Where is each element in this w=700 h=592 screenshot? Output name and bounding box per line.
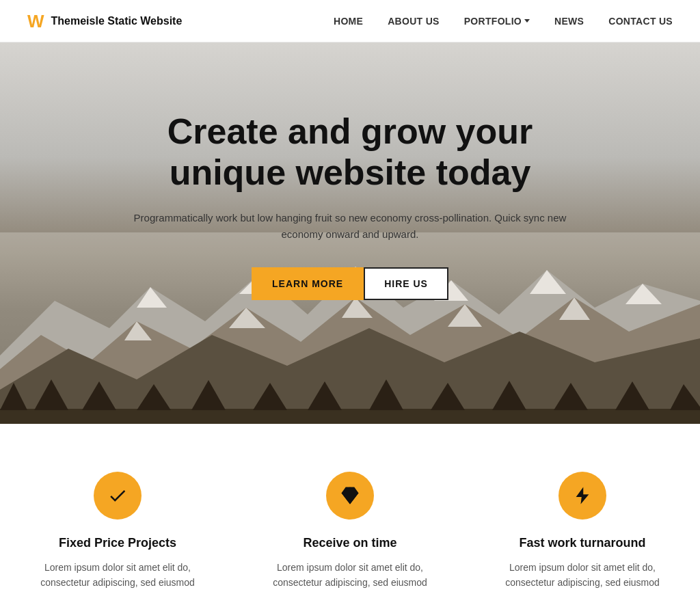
nav-contact[interactable]: CONTACT US — [608, 16, 673, 27]
logo-text: Themeisle Static Website — [51, 15, 183, 27]
svg-marker-15 — [0, 409, 700, 424]
feature-fixed-price: Fixed Price Projects Lorem ipsum dolor s… — [29, 472, 206, 592]
hero-buttons: LEARN MORE HIRE US — [131, 267, 569, 300]
hero-content: Create and grow your unique website toda… — [118, 111, 582, 300]
feature-3-title: Fast work turnaround — [494, 536, 671, 550]
feature-fast-turnaround: Fast work turnaround Lorem ipsum dolor s… — [494, 472, 671, 592]
nav-portfolio[interactable]: PORTFOLIO — [464, 16, 530, 27]
chevron-down-icon — [524, 19, 530, 23]
feature-receive-on-time: Receive on time Lorem ipsum dolor sit am… — [261, 472, 439, 592]
fast-turnaround-icon-circle — [558, 472, 606, 520]
feature-2-title: Receive on time — [261, 536, 439, 550]
diamond-icon — [340, 485, 360, 506]
header: W Themeisle Static Website HOME ABOUT US… — [0, 0, 700, 42]
nav: HOME ABOUT US PORTFOLIO NEWS CONTACT US — [334, 16, 673, 27]
check-icon — [107, 485, 128, 506]
feature-1-desc: Lorem ipsum dolor sit amet elit do, cons… — [29, 560, 206, 592]
features-section: Fixed Price Projects Lorem ipsum dolor s… — [0, 424, 700, 592]
hire-us-button[interactable]: HIRE US — [364, 267, 448, 300]
nav-home[interactable]: HOME — [334, 16, 363, 27]
receive-time-icon-circle — [326, 472, 374, 520]
feature-1-title: Fixed Price Projects — [29, 536, 206, 550]
feature-3-desc: Lorem ipsum dolor sit amet elit do, cons… — [494, 560, 671, 592]
learn-more-button[interactable]: LEARN MORE — [252, 267, 364, 300]
logo: W Themeisle Static Website — [27, 12, 182, 30]
feature-2-desc: Lorem ipsum dolor sit amet elit do, cons… — [261, 560, 439, 592]
nav-about[interactable]: ABOUT US — [388, 16, 440, 27]
nav-news[interactable]: NEWS — [554, 16, 584, 27]
hero-section: Create and grow your unique website toda… — [0, 42, 700, 424]
hero-subtitle: Programmatically work but low hanging fr… — [131, 210, 569, 243]
fixed-price-icon-circle — [94, 472, 142, 520]
hero-title: Create and grow your unique website toda… — [131, 111, 569, 193]
bolt-icon — [572, 485, 593, 506]
logo-icon: W — [27, 12, 44, 30]
